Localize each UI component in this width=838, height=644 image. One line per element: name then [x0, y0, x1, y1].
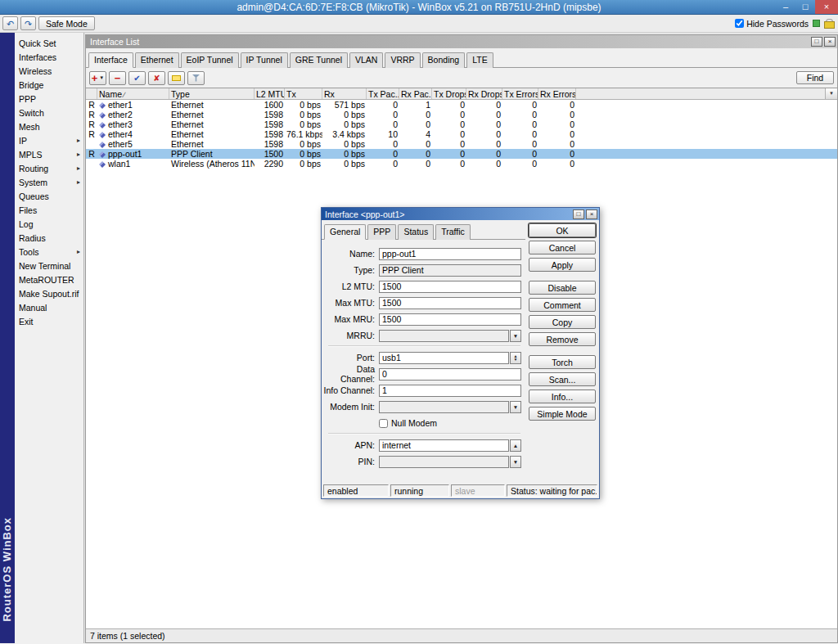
apn-collapse-button[interactable]: ▲	[510, 439, 521, 452]
enable-button[interactable]: ✔	[128, 71, 146, 85]
sidebar-item-mpls[interactable]: MPLS▸	[15, 147, 83, 161]
table-row[interactable]: R ether3 Ethernet 1598 0 bps 0 bps 0 0 0…	[86, 119, 837, 129]
sidebar-item-queues[interactable]: Queues	[15, 189, 83, 203]
max-mru-input[interactable]	[379, 313, 521, 326]
remove-button[interactable]: −	[109, 71, 126, 85]
sidebar-item-radius[interactable]: Radius	[15, 231, 83, 245]
pin-dropdown-button[interactable]: ▼	[510, 456, 521, 468]
table-row[interactable]: R ether1 Ethernet 1600 0 bps 571 bps 0 1…	[86, 100, 837, 110]
port-spinner-button[interactable]: ▲▼	[510, 352, 521, 364]
dialog-tab-general[interactable]: General	[324, 224, 366, 240]
scan-button[interactable]: Scan...	[529, 372, 596, 386]
table-row[interactable]: R ether2 Ethernet 1598 0 bps 0 bps 0 0 0…	[86, 110, 837, 119]
dialog-tab-status[interactable]: Status	[398, 224, 434, 240]
tab-eoip-tunnel[interactable]: EoIP Tunnel	[181, 52, 239, 68]
sidebar-item-ip[interactable]: IP▸	[15, 133, 83, 147]
column-header-rx-packets[interactable]: Rx Pac...	[399, 88, 432, 99]
sidebar-item-system[interactable]: System▸	[15, 175, 83, 189]
maximize-button[interactable]: □	[795, 0, 815, 14]
port-input[interactable]	[379, 352, 509, 364]
column-header-rx-errors[interactable]: Rx Errors	[538, 88, 576, 99]
pin-input[interactable]	[379, 456, 509, 468]
column-header-name[interactable]: Name∕	[97, 88, 169, 99]
filter-button[interactable]	[187, 71, 205, 85]
minimize-button[interactable]: –	[776, 0, 795, 14]
max-mtu-input[interactable]	[379, 297, 521, 309]
redo-button[interactable]: ↷	[20, 16, 36, 30]
column-header-tx-packets[interactable]: Tx Pac...	[367, 88, 399, 99]
tab-vrrp[interactable]: VRRP	[385, 52, 420, 68]
sidebar-item-files[interactable]: Files	[15, 203, 83, 217]
table-row[interactable]: R ether4 Ethernet 1598 76.1 kbps 3.4 kbp…	[86, 129, 837, 139]
torch-button[interactable]: Torch	[529, 355, 596, 369]
undo-button[interactable]: ↶	[2, 16, 18, 30]
sidebar-item-mesh[interactable]: Mesh	[15, 119, 83, 133]
sidebar-item-exit[interactable]: Exit	[15, 314, 83, 328]
interface-list-maximize-button[interactable]: □	[811, 37, 822, 47]
sidebar-item-switch[interactable]: Switch	[15, 106, 83, 119]
sidebar-item-bridge[interactable]: Bridge	[15, 78, 83, 92]
remove-button[interactable]: Remove	[529, 332, 596, 346]
modem-init-dropdown-button[interactable]: ▼	[510, 401, 521, 413]
column-select-dropdown[interactable]: ▼	[825, 88, 837, 99]
comment-button[interactable]	[168, 71, 185, 85]
sidebar-item-quick-set[interactable]: Quick Set	[15, 36, 83, 50]
tab-interface[interactable]: Interface	[88, 52, 133, 68]
find-button[interactable]: Find	[796, 71, 834, 84]
tab-ethernet[interactable]: Ethernet	[135, 52, 179, 68]
column-header-type[interactable]: Type	[169, 88, 255, 99]
mrru-dropdown-button[interactable]: ▼	[510, 330, 521, 342]
dialog-tab-traffic[interactable]: Traffic	[435, 224, 471, 240]
modem-init-input[interactable]	[379, 401, 509, 413]
sidebar-item-routing[interactable]: Routing▸	[15, 161, 83, 175]
disable-button[interactable]: ✘	[148, 71, 165, 85]
interface-list-titlebar[interactable]: Interface List □ ×	[86, 35, 837, 48]
apply-button[interactable]: Apply	[529, 258, 596, 272]
sidebar-item-interfaces[interactable]: Interfaces	[15, 50, 83, 64]
column-header-rx-drops[interactable]: Rx Drops	[466, 88, 502, 99]
tab-bonding[interactable]: Bonding	[422, 52, 466, 68]
sidebar-item-make-supout-rif[interactable]: Make Supout.rif	[15, 286, 83, 300]
hide-passwords-checkbox[interactable]	[735, 19, 744, 28]
tab-ip-tunnel[interactable]: IP Tunnel	[241, 52, 288, 68]
interface-list-close-button[interactable]: ×	[824, 37, 836, 47]
sidebar-item-tools[interactable]: Tools▸	[15, 245, 83, 259]
name-input[interactable]	[379, 248, 521, 260]
sidebar-item-manual[interactable]: Manual	[15, 300, 83, 314]
dialog-restore-button[interactable]: □	[573, 209, 584, 219]
table-row-selected[interactable]: R ppp-out1 PPP Client 1500 0 bps 0 bps 0…	[86, 149, 837, 159]
column-header-tx-errors[interactable]: Tx Errors	[502, 88, 538, 99]
info-channel-input[interactable]	[379, 385, 521, 397]
table-row[interactable]: wlan1 Wireless (Atheros 11N) 2290 0 bps …	[86, 159, 837, 169]
dialog-titlebar[interactable]: Interface <ppp-out1> □ ×	[322, 208, 599, 220]
tab-vlan[interactable]: VLAN	[349, 52, 383, 68]
sidebar-item-log[interactable]: Log	[15, 217, 83, 231]
data-channel-input[interactable]	[379, 368, 521, 381]
column-header-tx[interactable]: Tx	[285, 88, 322, 99]
column-header-flag[interactable]	[86, 88, 97, 99]
sidebar-item-metarouter[interactable]: MetaROUTER	[15, 272, 83, 286]
tab-gre-tunnel[interactable]: GRE Tunnel	[290, 52, 348, 68]
column-header-l2mtu[interactable]: L2 MTU	[255, 88, 285, 99]
ok-button[interactable]: OK	[529, 223, 596, 237]
disable-button[interactable]: Disable	[529, 281, 596, 295]
comment-button[interactable]: Comment	[529, 298, 596, 312]
dialog-tab-ppp[interactable]: PPP	[367, 224, 396, 240]
simple-mode-button[interactable]: Simple Mode	[529, 407, 596, 421]
sidebar-item-wireless[interactable]: Wireless	[15, 64, 83, 78]
table-row[interactable]: ether5 Ethernet 1598 0 bps 0 bps 0 0 0 0…	[86, 139, 837, 149]
info-button[interactable]: Info...	[529, 390, 596, 403]
tab-lte[interactable]: LTE	[466, 52, 493, 68]
safe-mode-button[interactable]: Safe Mode	[38, 16, 95, 30]
sidebar-item-ppp[interactable]: PPP	[15, 92, 83, 106]
hide-passwords-toggle[interactable]: Hide Passwords	[735, 19, 809, 29]
copy-button[interactable]: Copy	[529, 315, 596, 329]
mrru-input[interactable]	[379, 330, 509, 342]
column-header-tx-drops[interactable]: Tx Drops	[432, 88, 466, 99]
dialog-close-button[interactable]: ×	[586, 209, 597, 219]
apn-input[interactable]	[379, 439, 509, 452]
l2mtu-input[interactable]	[379, 281, 521, 293]
add-button[interactable]: +▼	[89, 71, 106, 85]
close-button[interactable]: ×	[815, 0, 838, 14]
null-modem-checkbox[interactable]	[379, 419, 388, 428]
